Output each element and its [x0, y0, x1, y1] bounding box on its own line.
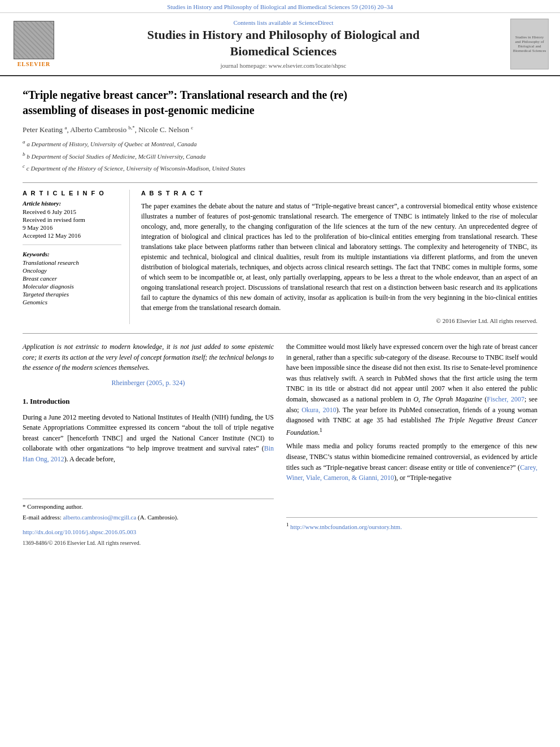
keyword-2: Oncology: [23, 267, 121, 274]
sciencedirect-anchor[interactable]: ScienceDirect: [299, 19, 334, 26]
article-info-abstract: A R T I C L E I N F O Article history: R…: [23, 182, 537, 324]
journal-main-title: Studies in History and Philosophy of Bio…: [62, 27, 505, 59]
journal-title-block: Contents lists available at ScienceDirec…: [62, 19, 505, 68]
footnote1: 1 http://www.tnbcfoundation.org/ourstory…: [286, 521, 537, 531]
journal-header: ELSEVIER Contents lists available at Sci…: [0, 13, 560, 76]
sciencedirect-link: Contents lists available at ScienceDirec…: [62, 19, 505, 26]
keyword-4: Molecular diagnosis: [23, 283, 121, 290]
pull-quote: Application is not extrinsic to modern k…: [23, 342, 274, 373]
received-date: Received 6 July 2015: [23, 208, 121, 215]
doi-link: http://dx.doi.org/10.1016/j.shpsc.2016.0…: [23, 527, 274, 537]
article-title: “Triple negative breast cancer”: Transla…: [23, 88, 537, 118]
info-divider: [23, 244, 121, 245]
okura-ref[interactable]: Okura, 2010: [301, 406, 336, 414]
journal-citation: Studies in History and Philosophy of Bio…: [167, 3, 393, 10]
col-right: the Committee would most likely have exp…: [286, 342, 537, 548]
corresponding-label: * Corresponding author.: [23, 503, 274, 511]
keywords-list: Translational research Oncology Breast c…: [23, 259, 121, 305]
fischer-ref[interactable]: Fischer, 2007: [487, 395, 524, 403]
article-history-label: Article history:: [23, 200, 121, 207]
revised-label: Received in revised form: [23, 216, 121, 223]
section1-heading: 1. Introduction: [23, 396, 274, 407]
abstract-panel: A B S T R A C T The paper examines the d…: [141, 190, 537, 324]
email-link[interactable]: alberto.cambrosio@mcgill.ca: [63, 514, 136, 521]
article-info-title: A R T I C L E I N F O: [23, 190, 121, 196]
keyword-1: Translational research: [23, 259, 121, 266]
affiliation-c: c c Department of the History of Science…: [23, 162, 537, 173]
abstract-title: A B S T R A C T: [141, 190, 537, 196]
abstract-text: The paper examines the debate about the …: [141, 201, 537, 313]
section1-title: Introduction: [30, 397, 70, 405]
keyword-5: Targeted therapies: [23, 291, 121, 298]
bottom-copyright: 1369-8486/© 2016 Elsevier Ltd. All right…: [23, 539, 274, 548]
tnbc-foundation-link[interactable]: http://www.tnbcfoundation.org/ourstory.h…: [290, 523, 402, 530]
affiliation-a: a a Department of History, University of…: [23, 138, 537, 149]
journal-homepage: journal homepage: www.elsevier.com/locat…: [62, 62, 505, 69]
quote-citation: Rheinberger (2005, p. 324): [23, 378, 274, 388]
footnote1-num: 1: [286, 522, 289, 527]
body-left-para1: During a June 2012 meeting devoted to Na…: [23, 412, 274, 465]
doi-anchor[interactable]: http://dx.doi.org/10.1016/j.shpsc.2016.0…: [23, 528, 136, 535]
affiliation-b: b b Department of Social Studies of Medi…: [23, 150, 537, 161]
body-columns: Application is not extrinsic to modern k…: [23, 342, 537, 548]
main-content: “Triple negative breast cancer”: Transla…: [0, 76, 560, 559]
elsevier-logo-image: [14, 21, 54, 59]
journal-thumbnail: Studies in Historyand Philosophy ofBiolo…: [510, 19, 549, 69]
binhon-ref[interactable]: Bin Han Ong, 2012: [23, 444, 274, 463]
col-left: Application is not extrinsic to modern k…: [23, 342, 274, 548]
footnotes-left: * Corresponding author. E-mail address: …: [23, 499, 274, 522]
quote-citation-text: Rheinberger (2005, p. 324): [111, 379, 185, 387]
body-divider: [23, 333, 537, 334]
authors: Peter Keating a, Alberto Cambrosio b,*, …: [23, 125, 537, 134]
body-right-para2: While mass media and policy forums react…: [286, 441, 537, 483]
keyword-6: Genomics: [23, 299, 121, 305]
copyright: © 2016 Elsevier Ltd. All rights reserved…: [141, 317, 537, 324]
journal-logo: ELSEVIER: [11, 21, 56, 67]
top-bar: Studies in History and Philosophy of Bio…: [0, 0, 560, 13]
keyword-3: Breast cancer: [23, 275, 121, 282]
email-suffix: (A. Cambrosio).: [138, 514, 178, 521]
section1-number: 1.: [23, 397, 30, 405]
accepted-date: Accepted 12 May 2016: [23, 232, 121, 239]
revised-date: 9 May 2016: [23, 224, 121, 231]
article-info-panel: A R T I C L E I N F O Article history: R…: [23, 190, 130, 324]
carey-ref[interactable]: Carey, Winer, Viale, Cameron, & Gianni, …: [286, 464, 537, 482]
email-footnote: E-mail address: alberto.cambrosio@mcgill…: [23, 513, 274, 522]
elsevier-label: ELSEVIER: [18, 61, 51, 67]
footnotes-right: 1 http://www.tnbcfoundation.org/ourstory…: [286, 517, 537, 531]
contents-available-text: Contents lists available at: [233, 19, 297, 26]
keywords-label: Keywords:: [23, 251, 121, 257]
email-label: E-mail address:: [23, 514, 62, 521]
body-right-para1: the Committee would most likely have exp…: [286, 342, 537, 438]
affiliations: a a Department of History, University of…: [23, 138, 537, 173]
